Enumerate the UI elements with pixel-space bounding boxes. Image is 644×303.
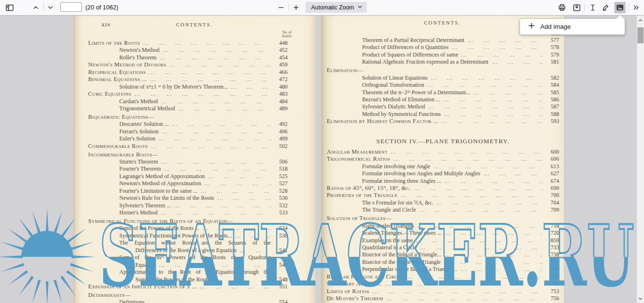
- page-count-label: (20 of 1062): [85, 0, 118, 15]
- article-number: 749: [545, 280, 559, 287]
- toc-row: Solution of xⁿ±1 = 0 by De Moivre's Theo…: [88, 83, 288, 90]
- article-number: 452: [273, 47, 288, 54]
- toc-row: Sums of the Powers of the Roots ...... .…: [88, 225, 288, 232]
- dot-leader: ... ... ... ... ... ... ... ... ... ... …: [444, 259, 543, 266]
- page-right: xv CONTENTS. No. of Article. Theorem of …: [321, 16, 564, 303]
- article-number: 466: [273, 69, 288, 76]
- toc-row: Theorem of the n−2ᵗʰ Power of a Determin…: [327, 89, 559, 96]
- zoom-out-button[interactable]: [275, 2, 287, 13]
- toc-entry-text: Rolle's Theorem: [88, 54, 157, 61]
- article-number: 492: [273, 121, 288, 128]
- dot-leader: ... ... ... ... ... ... ... ... ... ... …: [468, 37, 543, 44]
- more-tools-button[interactable]: [630, 2, 642, 13]
- zoom-in-button[interactable]: [290, 2, 302, 13]
- toc-row: Sylvester's Dialytic Method... ... ... .…: [327, 103, 559, 110]
- sidebar-toggle-button[interactable]: [4, 2, 15, 13]
- toc-row: Newton's Method... ... ... ... ... ... .…: [88, 47, 288, 54]
- toc-row: Fourier's Limitation to the same ...... …: [88, 188, 288, 195]
- article-number: 674: [545, 178, 559, 185]
- toc-row: Descartes' Solution ...... ... ... ... .…: [88, 121, 288, 128]
- dot-leader: ... ... ... ... ... ... ... ... ... ... …: [170, 61, 271, 68]
- add-image-menu-item[interactable]: Add image: [540, 23, 571, 30]
- toc-row: Bisector of the Angle of a Triangle... .…: [327, 259, 559, 266]
- toc-row: Expansion of an Implicit Function of x .…: [88, 283, 288, 290]
- dot-leader: ... ... ... ... ... ... ... ... ... ... …: [178, 105, 271, 112]
- dot-leader: ... ... ... ... ... ... ... ... ... ... …: [372, 288, 543, 295]
- toc-entry-text: De Moivre's Theorem: [327, 295, 383, 302]
- article-number: 738: [545, 251, 559, 258]
- toc-row: Trigonometrical Ratios... ... ... ... ..…: [327, 156, 559, 163]
- scroll-up-button[interactable]: [637, 16, 644, 24]
- toc-entry-text: Elimination by Highest Common Factor ...: [327, 118, 438, 125]
- toolbar-divider: [289, 4, 289, 11]
- dot-leader: ... ... ... ... ... ... ... ... ... ... …: [162, 128, 271, 135]
- toc-row: Sums of the Powers of the Roots... ... .…: [88, 276, 288, 283]
- toc-entry-text: Cubic Equations: [88, 90, 132, 98]
- toc-row: Angular Measurement... ... ... ... ... .…: [327, 148, 559, 156]
- dot-leader: ... ... ... ... ... ... ... ... ... ... …: [149, 69, 271, 76]
- toc-row: Trigonometrical Method... ... ... ... ..…: [88, 105, 288, 112]
- toc-entry-text: Sylvester's Theorem ...: [88, 202, 171, 209]
- toc-row: Theorem of a Partial Reciprocal Determin…: [327, 37, 559, 44]
- add-image-button[interactable]: [614, 2, 626, 13]
- article-number: 600: [545, 148, 559, 156]
- dot-leader: ... ... ... ... ... ... ... ... ... ... …: [431, 74, 543, 82]
- article-number: 700: [545, 192, 559, 199]
- article-number: 448: [273, 40, 288, 47]
- scroll-down-button[interactable]: [637, 295, 644, 302]
- draw-button[interactable]: [600, 2, 611, 13]
- article-number: 551: [273, 283, 288, 290]
- toc-entry-text: Ferrari's Solution: [88, 128, 158, 135]
- scrollbar-thumb[interactable]: [637, 27, 644, 43]
- dot-leader: ... ... ... ... ... ... ... ... ... ... …: [461, 266, 543, 273]
- toc-row: Bezout's Method of Elimination ...... ..…: [327, 96, 559, 103]
- document-viewer[interactable]: xiv CONTENTS. No. of Article. Limits of …: [0, 16, 637, 303]
- article-number: 545: [273, 262, 288, 269]
- dot-leader: ... ... ... ... ... ... ... ... ... ... …: [417, 222, 543, 229]
- dot-leader: ... ... ... ... ... ... ... ... ... ... …: [444, 111, 543, 118]
- toc-row: De Moivre's Theorem... ... ... ... ... .…: [327, 295, 559, 302]
- print-icon: [558, 4, 566, 11]
- toc-row: Biquadratic Equations—: [88, 114, 288, 121]
- toc-entry-text: Method by Symmetrical Functions: [327, 111, 441, 118]
- toc-entry-text: Commensurable Roots: [88, 143, 148, 150]
- toc-entry-text: Lagrange's Method of Approximation: [88, 173, 205, 180]
- toc-entry-text: Regular Polygon and Circle: [327, 273, 404, 280]
- toc-row: Lagrange's Method of Approximation... ..…: [88, 173, 288, 180]
- toolbar-divider: [43, 4, 44, 11]
- dot-leader: ... ... ... ... ... ... ... ... ... ... …: [441, 118, 543, 125]
- article-number: 704: [545, 199, 559, 206]
- toc-row: Cardan's Method... ... ... ... ... ... .…: [88, 98, 288, 105]
- article-number: 484: [273, 98, 288, 105]
- previous-page-button[interactable]: [30, 2, 41, 13]
- text-selection-button[interactable]: [587, 2, 598, 13]
- toc-entry-text: Fourier's Limitation to the same ...: [88, 188, 197, 195]
- toc-entry-text: Trigonometrical Method: [88, 105, 175, 112]
- add-icon: [528, 22, 535, 31]
- zoom-select[interactable]: Automatic Zoom: [305, 2, 367, 13]
- dot-leader: ... ... ... ... ... ... ... ... ... ... …: [148, 299, 271, 303]
- toc-entry-text: Cardan's Method: [88, 98, 158, 105]
- save-button[interactable]: [571, 2, 582, 13]
- dot-leader: ... ... ... ... ... ... ... ... ... ... …: [393, 156, 543, 163]
- toc-entry-text: Perpendicular on the Base of a Triangle …: [327, 266, 457, 273]
- print-button[interactable]: [556, 2, 568, 13]
- article-number: 548: [273, 276, 288, 283]
- article-number: 499: [273, 135, 288, 142]
- toc-row: Product of Differences of n Quantities..…: [327, 44, 559, 51]
- toc-row: Binomial Equations ...... ... ... ... ..…: [88, 76, 288, 83]
- toc-row: Elimination by Highest Common Factor ...…: [327, 118, 559, 125]
- article-number: 690: [545, 185, 559, 192]
- next-page-button[interactable]: [45, 2, 56, 13]
- page-number-input[interactable]: [60, 2, 82, 12]
- article-number: 472: [273, 76, 288, 83]
- toc-row: Equation... ... ... ... ... ... ... ... …: [88, 262, 288, 269]
- toc-row: Euler's Solution... ... ... ... ... ... …: [88, 135, 288, 142]
- dot-leader: ... ... ... ... ... ... ... ... ... ... …: [174, 202, 271, 209]
- dot-leader: ... ... ... ... ... ... ... ... ... ... …: [135, 90, 271, 98]
- toc-entry-text: Solution of xⁿ±1 = 0 by De Moivre's Theo…: [88, 83, 228, 90]
- toc-entry-text: Ratios of 45°, 60°, 15°, 18°, &c.: [327, 185, 411, 192]
- toc-row: Ratios of 45°, 60°, 15°, 18°, &c.... ...…: [327, 185, 559, 192]
- vertical-scrollbar[interactable]: [637, 16, 644, 303]
- toc-entry-text: Theorem of the n−2ᵗʰ Power of a Determin…: [327, 89, 470, 96]
